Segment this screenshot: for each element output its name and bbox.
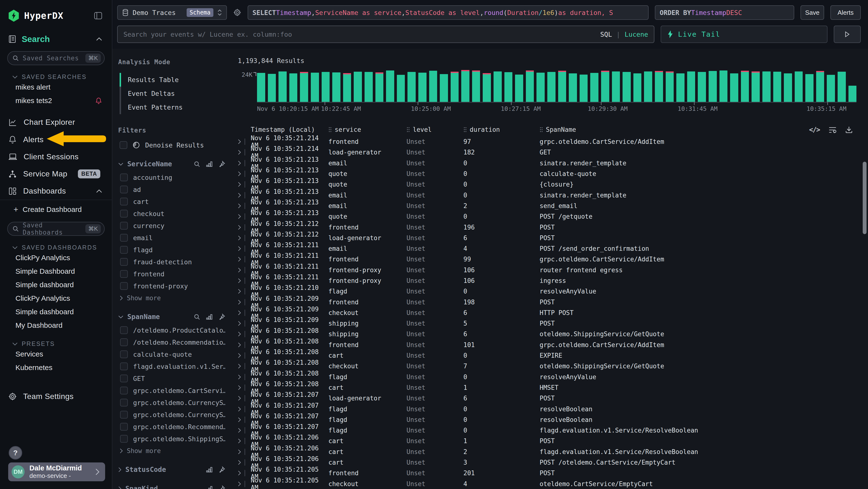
table-row[interactable]: Nov 6 10:35:21.207 AMflagdUnset0resolveB…	[238, 404, 858, 414]
histogram-bar[interactable]	[386, 70, 394, 102]
histogram-bar[interactable]	[601, 72, 609, 102]
lang-toggle-lucene[interactable]: Lucene	[624, 31, 648, 38]
source-select[interactable]: Demo Traces Schema	[117, 5, 227, 20]
search-icon[interactable]	[194, 161, 200, 167]
table-row[interactable]: Nov 6 10:35:21.208 AMfrontendUnset101grp…	[238, 340, 858, 350]
histogram-bar[interactable]	[278, 71, 287, 102]
histogram-bar[interactable]	[569, 74, 577, 102]
denoise-results-toggle[interactable]: Denoise Results	[120, 141, 225, 149]
source-settings-gear-icon[interactable]	[233, 8, 241, 17]
table-row[interactable]: Nov 6 10:35:21.206 AMcartUnset3POST /ote…	[238, 457, 858, 468]
facet-value-row[interactable]: grpc.oteldemo.CurrencyS…	[120, 397, 225, 409]
live-tail-button[interactable]: Live Tail	[661, 26, 828, 43]
saved-searches-group-header[interactable]: SAVED SEARCHES	[0, 65, 112, 80]
histogram-bar[interactable]	[612, 71, 620, 102]
order-by-input[interactable]: ORDER BY Timestamp DESC	[655, 5, 794, 20]
table-row[interactable]: Nov 6 10:35:21.209 AMshippingUnset5POST	[238, 318, 858, 329]
table-row[interactable]: Nov 6 10:35:21.206 AMcartUnset2flagd.eva…	[238, 447, 858, 457]
facet-value-row[interactable]: cart	[120, 196, 225, 207]
column-header-lvl[interactable]: level	[406, 126, 463, 133]
facet-checkbox[interactable]	[120, 350, 128, 358]
row-expand-icon[interactable]	[238, 171, 241, 176]
bars-icon[interactable]	[206, 314, 213, 320]
pin-icon[interactable]	[218, 161, 225, 168]
column-header-dur[interactable]: duration	[463, 126, 539, 133]
saved-dashboard-item[interactable]: Simple Dashboard	[0, 264, 112, 278]
alerts-button[interactable]: Alerts	[830, 5, 861, 20]
preset-item[interactable]: Services	[0, 347, 112, 361]
show-more-button[interactable]: Show more	[118, 292, 225, 302]
facet-value-row[interactable]: frontend-proxy	[120, 280, 225, 292]
row-expand-icon[interactable]	[238, 182, 241, 187]
pin-icon[interactable]	[218, 466, 225, 473]
table-row[interactable]: Nov 6 10:35:21.205 AMcheckoutUnset4oteld…	[238, 479, 858, 489]
facet-checkbox[interactable]	[120, 222, 128, 230]
saved-dashboard-item[interactable]: ClickPy Analytics	[0, 251, 112, 264]
user-menu[interactable]: DM Dale McDiarmid demo-service -	[8, 462, 105, 481]
table-row[interactable]: Nov 6 10:35:21.212 AMfrontendUnset196POS…	[238, 222, 858, 232]
histogram-bar[interactable]	[784, 74, 792, 102]
histogram-bar[interactable]	[580, 75, 588, 102]
histogram-bar[interactable]	[526, 72, 534, 102]
row-expand-icon[interactable]	[238, 203, 241, 208]
histogram-bar[interactable]	[461, 71, 469, 102]
facet-value-row[interactable]: grpc.oteldemo.CurrencyS…	[120, 409, 225, 421]
row-expand-icon[interactable]	[238, 353, 241, 358]
histogram-bar[interactable]	[644, 71, 652, 102]
table-row[interactable]: Nov 6 10:35:21.210 AMflagdUnset0resolveA…	[238, 286, 858, 297]
facet-checkbox[interactable]	[120, 282, 128, 290]
search-icon[interactable]	[194, 314, 200, 320]
facet-checkbox[interactable]	[120, 174, 128, 181]
histogram-bar[interactable]	[343, 74, 351, 102]
table-row[interactable]: Nov 6 10:35:21.213 AMemailUnset0sinatra.…	[238, 190, 858, 200]
histogram-bar[interactable]	[709, 71, 717, 102]
histogram-bar[interactable]	[365, 72, 373, 102]
histogram-bar[interactable]	[655, 72, 663, 102]
histogram-bar[interactable]	[805, 74, 813, 102]
saved-dashboard-item[interactable]: Simple dashboard	[0, 278, 112, 292]
column-header-ts[interactable]: Timestamp (Local)	[251, 126, 329, 133]
run-query-button[interactable]	[834, 26, 861, 43]
row-expand-icon[interactable]	[238, 321, 241, 326]
histogram-bar[interactable]	[547, 72, 556, 102]
create-dashboard-button[interactable]: + Create Dashboard	[0, 200, 112, 214]
histogram-bar[interactable]	[827, 75, 835, 102]
facet-value-row[interactable]: flagd	[120, 244, 225, 256]
vertical-scrollbar[interactable]	[863, 162, 867, 234]
table-row[interactable]: Nov 6 10:35:21.213 AMquoteUnset0POST /ge…	[238, 211, 858, 222]
nav-search-header[interactable]: Search	[0, 22, 112, 44]
sql-select-input[interactable]: SELECT Timestamp, ServiceName as service…	[248, 5, 649, 20]
histogram-bar[interactable]	[440, 74, 448, 102]
row-expand-icon[interactable]	[238, 214, 241, 219]
saved-search-item[interactable]: mikes tets2	[0, 94, 112, 107]
histogram-bar[interactable]	[515, 75, 523, 102]
event-search-input[interactable]	[123, 31, 596, 38]
table-row[interactable]: Nov 6 10:35:21.213 AMemailUnset2send_ema…	[238, 201, 858, 211]
row-expand-icon[interactable]	[238, 246, 241, 251]
histogram-bar[interactable]	[666, 73, 674, 102]
row-expand-icon[interactable]	[238, 364, 241, 369]
bars-icon[interactable]	[206, 161, 213, 167]
facet-checkbox[interactable]	[120, 363, 128, 370]
sidebar-item-team-settings[interactable]: Team Settings	[0, 388, 112, 405]
facet-checkbox[interactable]	[120, 338, 128, 346]
histogram-bar[interactable]	[504, 72, 513, 102]
facet-value-row[interactable]: frontend	[120, 268, 225, 280]
row-expand-icon[interactable]	[238, 257, 241, 262]
table-row[interactable]: Nov 6 10:35:21.211 AMfrontend-proxyUnset…	[238, 265, 858, 276]
row-expand-icon[interactable]	[238, 460, 241, 465]
facet-value-row[interactable]: flagd.evaluation.v1.Ser…	[120, 361, 225, 372]
row-expand-icon[interactable]	[238, 481, 241, 487]
table-row[interactable]: Nov 6 10:35:21.213 AMquoteUnset0{closure…	[238, 179, 858, 190]
row-expand-icon[interactable]	[238, 470, 241, 476]
facet-checkbox[interactable]	[120, 210, 128, 218]
row-expand-icon[interactable]	[238, 235, 241, 241]
saved-dashboard-item[interactable]: ClickPy Analytics	[0, 292, 112, 305]
histogram-bar[interactable]	[300, 73, 308, 102]
analysis-mode-results-table[interactable]: Results Table	[120, 73, 225, 87]
row-expand-icon[interactable]	[238, 342, 241, 348]
show-more-button[interactable]: Show more	[118, 445, 225, 455]
facet-checkbox[interactable]	[120, 326, 128, 334]
row-expand-icon[interactable]	[238, 193, 241, 198]
table-row[interactable]: Nov 6 10:35:21.205 AMfrontendUnset201POS…	[238, 468, 858, 479]
